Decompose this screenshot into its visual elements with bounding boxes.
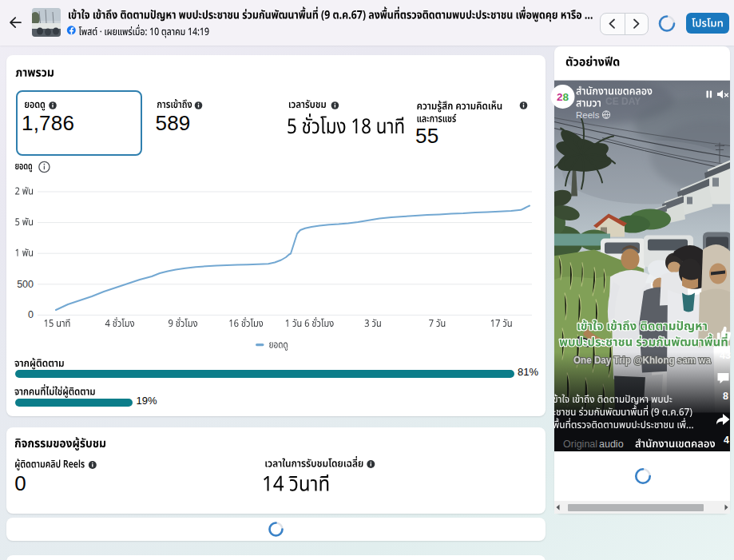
svg-text:4: 4 [724, 435, 729, 446]
svg-text:audio: audio [599, 439, 624, 450]
svg-text:8: 8 [723, 391, 728, 402]
svg-text:28: 28 [557, 91, 569, 103]
svg-text:Original: Original [563, 439, 597, 450]
svg-text:One Day Trip @Khlong sam wa: One Day Trip @Khlong sam wa [573, 355, 712, 366]
svg-text:Reels ·: Reels · [576, 110, 605, 120]
svg-text:43: 43 [720, 350, 731, 361]
svg-text:CE DAY: CE DAY [605, 96, 641, 107]
